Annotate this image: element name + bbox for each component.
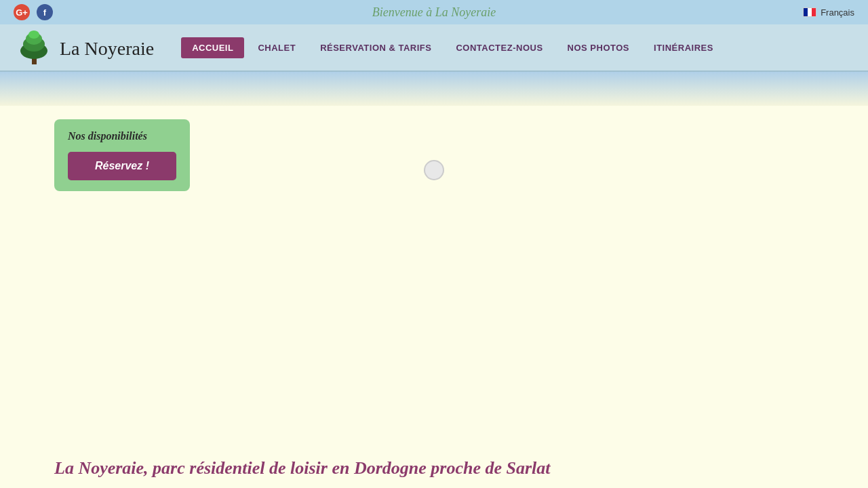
section-title: La Noyeraie, parc résidentiel de loisir … [54, 458, 814, 479]
logo[interactable]: La Noyeraie [14, 27, 154, 68]
reserve-button[interactable]: Réservez ! [68, 152, 176, 180]
french-flag-icon [803, 7, 816, 17]
nav-links: ACCUEIL CHALET RÉSERVATION & TARIFS CONT… [181, 37, 854, 58]
svg-point-4 [28, 30, 39, 39]
social-links: G+ f [14, 4, 53, 20]
logo-tree-icon [14, 27, 54, 68]
welcome-text: Bienvenue à La Noyeraie [372, 5, 496, 20]
header-banner [0, 72, 868, 106]
language-selector[interactable]: Français [803, 7, 854, 18]
main-content: Nos disponibilités Réservez ! [0, 106, 868, 445]
logo-text: La Noyeraie [60, 35, 154, 60]
availability-title: Nos disponibilités [68, 130, 176, 142]
nav-item-contact[interactable]: CONTACTEZ-NOUS [445, 37, 553, 58]
nav-item-photos[interactable]: NOS PHOTOS [557, 37, 640, 58]
nav-item-itineraires[interactable]: ITINÉRAIRES [643, 37, 724, 58]
facebook-icon[interactable]: f [37, 4, 53, 20]
nav-item-chalet[interactable]: CHALET [247, 37, 307, 58]
google-plus-icon[interactable]: G+ [14, 4, 30, 20]
loading-spinner [424, 160, 444, 180]
availability-widget: Nos disponibilités Réservez ! [54, 119, 190, 191]
navbar: La Noyeraie ACCUEIL CHALET RÉSERVATION &… [0, 24, 868, 72]
nav-item-reservation[interactable]: RÉSERVATION & TARIFS [309, 37, 442, 58]
top-bar: G+ f Bienvenue à La Noyeraie Français [0, 0, 868, 24]
section-content: La Noyeraie, parc résidentiel de loisir … [0, 445, 868, 488]
nav-item-accueil[interactable]: ACCUEIL [181, 37, 244, 58]
